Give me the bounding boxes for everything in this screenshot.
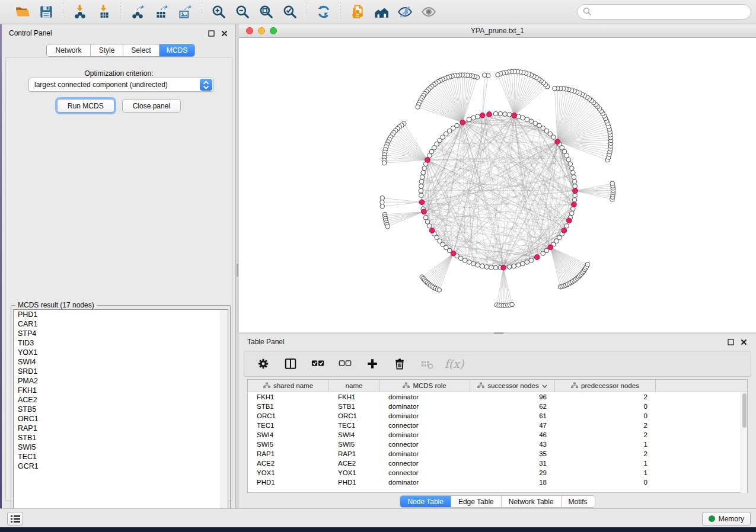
network-node[interactable] (425, 220, 430, 225)
tab-mcds[interactable]: MCDS (160, 44, 194, 56)
result-node-item[interactable]: SRD1 (14, 367, 228, 376)
cell-shared-name[interactable]: SWI4 (248, 430, 329, 440)
cell-MCDS-role[interactable]: dominator (379, 411, 470, 421)
column-header-predecessor-nodes[interactable]: predecessor nodes (555, 380, 656, 392)
show-details-icon[interactable] (420, 4, 437, 20)
export-table-icon[interactable] (153, 4, 170, 20)
cell-MCDS-role[interactable]: connector (379, 468, 470, 477)
panel-menu-button[interactable] (7, 512, 23, 525)
cell-MCDS-role[interactable]: dominator (379, 430, 470, 440)
network-window-titlebar[interactable]: YPA_prune.txt_1 (239, 24, 756, 38)
run-mcds-button[interactable]: Run MCDS (57, 99, 114, 113)
result-node-item[interactable]: STB1 (14, 433, 228, 443)
mcds-node[interactable] (501, 265, 506, 270)
network-node[interactable] (476, 114, 480, 119)
close-panel-icon[interactable] (740, 338, 748, 346)
result-node-item[interactable]: FKH1 (14, 386, 228, 395)
network-node[interactable] (480, 264, 484, 268)
network-node[interactable] (572, 198, 577, 203)
cell-predecessor-nodes[interactable]: 1 (555, 468, 656, 477)
network-node[interactable] (462, 258, 467, 263)
network-node[interactable] (380, 204, 385, 209)
cell-successor-nodes[interactable]: 43 (470, 440, 555, 449)
table-row[interactable]: PHD1PHD1dominator180 (248, 477, 747, 487)
cell-shared-name[interactable]: RAP1 (248, 449, 329, 459)
network-node[interactable] (421, 171, 426, 175)
mcds-node[interactable] (572, 202, 577, 207)
table-row[interactable]: SWI4SWI4dominator462 (248, 430, 747, 440)
network-node[interactable] (525, 260, 529, 265)
node-table[interactable]: shared namenameMCDS rolesuccessor nodesp… (247, 379, 748, 493)
cell-predecessor-nodes[interactable]: 1 (555, 459, 656, 468)
network-node[interactable] (529, 119, 534, 124)
export-image-icon[interactable] (177, 4, 193, 20)
result-node-item[interactable]: TID3 (14, 338, 228, 348)
result-node-item[interactable]: ACE2 (14, 395, 228, 405)
tab-select[interactable]: Select (123, 44, 160, 56)
tab-style[interactable]: Style (91, 44, 123, 56)
delete-table-icon[interactable] (420, 357, 434, 371)
table-row[interactable]: RAP1RAP1dominator352 (248, 449, 747, 459)
network-node[interactable] (568, 162, 573, 166)
cell-name[interactable]: YOX1 (329, 468, 379, 477)
network-node[interactable] (419, 184, 423, 188)
result-node-item[interactable]: RAP1 (14, 424, 228, 433)
cell-shared-name[interactable]: FKH1 (248, 392, 329, 402)
network-graph[interactable] (239, 38, 756, 332)
network-node[interactable] (503, 112, 508, 117)
zoom-in-icon[interactable] (210, 4, 227, 20)
cell-name[interactable]: SWI5 (329, 440, 379, 449)
deselect-all-icon[interactable] (338, 357, 352, 371)
result-list-scrollbar[interactable] (221, 310, 228, 518)
cell-predecessor-nodes[interactable]: 0 (555, 411, 656, 421)
network-node[interactable] (419, 180, 424, 184)
table-scrollbar[interactable] (741, 392, 747, 493)
cell-successor-nodes[interactable]: 31 (470, 459, 555, 468)
search-input[interactable] (595, 6, 751, 18)
network-node[interactable] (493, 265, 498, 270)
float-window-icon[interactable] (727, 338, 735, 346)
cell-MCDS-role[interactable]: connector (379, 440, 470, 449)
network-node[interactable] (476, 263, 480, 268)
gear-icon[interactable] (256, 357, 270, 371)
tab-edge-table[interactable]: Edge Table (451, 496, 502, 507)
open-folder-icon[interactable] (14, 4, 31, 20)
network-node[interactable] (507, 265, 512, 270)
cell-predecessor-nodes[interactable]: 0 (555, 477, 656, 487)
mcds-node[interactable] (422, 209, 427, 214)
memory-button[interactable]: Memory (702, 512, 751, 525)
table-row[interactable]: SWI5SWI5connector431 (248, 440, 747, 449)
tab-network[interactable]: Network (47, 44, 91, 56)
zoom-selected-icon[interactable] (282, 4, 298, 20)
column-header-shared-name[interactable]: shared name (248, 380, 329, 392)
network-node[interactable] (572, 175, 576, 180)
network-node[interactable] (573, 193, 578, 198)
network-node[interactable] (382, 161, 387, 165)
network-node[interactable] (437, 288, 442, 293)
network-node[interactable] (484, 265, 489, 270)
result-node-item[interactable]: SWI4 (14, 357, 228, 367)
save-icon[interactable] (38, 4, 55, 20)
result-node-item[interactable]: TEC1 (14, 452, 228, 462)
result-node-item[interactable]: GCR1 (14, 462, 228, 471)
cell-name[interactable]: STB1 (329, 402, 379, 411)
cell-MCDS-role[interactable]: connector (379, 459, 470, 468)
column-header-successor-nodes[interactable]: successor nodes (470, 380, 555, 392)
column-header-name[interactable]: name (329, 380, 379, 392)
network-node[interactable] (493, 111, 498, 116)
zoom-out-icon[interactable] (234, 4, 251, 20)
mcds-node[interactable] (573, 188, 578, 194)
mcds-node[interactable] (429, 228, 435, 233)
network-node[interactable] (512, 264, 516, 268)
network-node[interactable] (570, 211, 575, 216)
network-node[interactable] (422, 166, 427, 171)
network-node[interactable] (380, 196, 385, 200)
refresh-icon[interactable] (315, 4, 332, 20)
network-node[interactable] (416, 105, 420, 110)
cell-predecessor-nodes[interactable]: 2 (555, 392, 656, 402)
import-table-icon[interactable] (95, 4, 112, 20)
network-node[interactable] (423, 215, 428, 220)
function-icon[interactable]: f(x) (447, 357, 461, 371)
cell-predecessor-nodes[interactable]: 0 (555, 402, 656, 411)
cell-MCDS-role[interactable]: dominator (379, 402, 470, 411)
